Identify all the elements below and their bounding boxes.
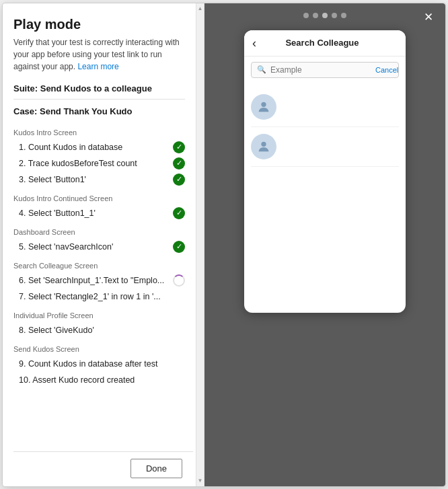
- section-label: Send Kudos Screen: [13, 345, 185, 353]
- step-text: 4. Select 'Button1_1': [19, 209, 167, 218]
- done-row: Done: [13, 451, 193, 486]
- scroll-down-arrow[interactable]: ▼: [196, 476, 204, 486]
- check-icon: ✓: [173, 157, 185, 170]
- play-mode-title: Play mode: [13, 17, 185, 32]
- avatar-1: [251, 94, 276, 120]
- phone-back-button[interactable]: ‹: [252, 37, 256, 49]
- step-item: 2. Trace kudosBeforeTest count✓: [13, 155, 185, 172]
- section-label: Individual Profile Screen: [13, 311, 185, 319]
- step-item: 3. Select 'Button1'✓: [13, 172, 185, 188]
- step-status-icon: [173, 358, 185, 370]
- step-status-icon: ✓: [173, 207, 185, 219]
- learn-more-link[interactable]: Learn more: [77, 62, 118, 71]
- dot-2: [313, 13, 318, 18]
- step-text: 8. Select 'GiveKudo': [19, 326, 167, 335]
- step-text: 7. Select 'Rectangle2_1' in row 1 in '..…: [19, 292, 167, 301]
- section-label: Kudos Intro Continued Screen: [13, 194, 185, 202]
- play-mode-description: Verify that your test is correctly inter…: [13, 36, 185, 73]
- avatar-list: [244, 83, 406, 171]
- person-icon-2: [256, 139, 271, 154]
- step-status-icon: [173, 274, 185, 287]
- step-status-icon: ✓: [173, 157, 185, 170]
- section-label: Dashboard Screen: [13, 228, 185, 236]
- dots-row: [303, 13, 346, 18]
- step-item: 6. Set 'SearchInput_1'.Text to "Emplo...: [13, 272, 185, 289]
- phone-search-bar: 🔍 Cancel: [251, 62, 399, 78]
- svg-point-1: [261, 141, 266, 146]
- step-status-icon: [173, 324, 185, 336]
- search-icon: 🔍: [257, 65, 266, 74]
- step-status-icon: ✓: [173, 141, 185, 153]
- dot-3: [322, 13, 328, 18]
- check-icon: ✓: [173, 241, 185, 253]
- avatar-row-2[interactable]: [251, 127, 399, 167]
- close-button[interactable]: ✕: [421, 10, 436, 25]
- right-panel: ✕ ‹ Search Colleague 🔍 Cancel: [204, 3, 445, 486]
- step-text: 6. Set 'SearchInput_1'.Text to "Emplo...: [19, 276, 167, 285]
- step-status-icon: ✓: [173, 241, 185, 253]
- step-status-icon: ✓: [173, 174, 185, 186]
- check-icon: ✓: [173, 207, 185, 219]
- steps-scroll: Kudos Intro Screen1. Count Kudos in data…: [13, 122, 185, 451]
- step-text: 2. Trace kudosBeforeTest count: [19, 159, 167, 168]
- avatar-row-1[interactable]: [251, 87, 399, 127]
- spinner-icon: [173, 274, 185, 287]
- dot-1: [303, 13, 309, 18]
- search-input[interactable]: [270, 65, 371, 75]
- check-icon: ✓: [173, 141, 185, 153]
- step-item: 4. Select 'Button1_1'✓: [13, 205, 185, 221]
- step-item: 1. Count Kudos in database✓: [13, 139, 185, 155]
- step-status-icon: [173, 291, 185, 303]
- suite-label: Suite: Send Kudos to a colleague: [13, 83, 185, 100]
- phone-screen-title: Search Colleague: [263, 38, 381, 48]
- phone-frame: ‹ Search Colleague 🔍 Cancel: [244, 30, 406, 313]
- left-panel: Play mode Verify that your test is corre…: [3, 3, 204, 486]
- step-text: 10. Assert Kudo record created: [19, 375, 167, 385]
- scroll-up-arrow[interactable]: ▲: [196, 3, 204, 14]
- dot-5: [341, 13, 346, 18]
- step-item: 7. Select 'Rectangle2_1' in row 1 in '..…: [13, 289, 185, 305]
- avatar-2: [251, 134, 276, 159]
- check-icon: ✓: [173, 174, 185, 186]
- step-text: 9. Count Kudos in database after test: [19, 359, 167, 369]
- phone-top-bar: ‹ Search Colleague: [244, 30, 406, 57]
- step-text: 3. Select 'Button1': [19, 175, 167, 184]
- dot-4: [332, 13, 337, 18]
- step-status-icon: [173, 374, 185, 386]
- step-item: 10. Assert Kudo record created: [13, 372, 185, 388]
- done-button[interactable]: Done: [130, 459, 182, 478]
- case-label: Case: Send Thank You Kudo: [13, 106, 185, 116]
- step-item: 5. Select 'navSearchIcon'✓: [13, 239, 185, 255]
- person-icon-1: [256, 100, 271, 114]
- modal-container: Play mode Verify that your test is corre…: [2, 3, 446, 487]
- step-item: 8. Select 'GiveKudo': [13, 322, 185, 338]
- step-item: 9. Count Kudos in database after test: [13, 356, 185, 372]
- scrollbar: ▲ ▼: [196, 3, 204, 486]
- step-text: 1. Count Kudos in database: [19, 143, 167, 152]
- section-label: Kudos Intro Screen: [13, 128, 185, 137]
- svg-point-0: [261, 102, 266, 106]
- cancel-link[interactable]: Cancel: [375, 66, 398, 74]
- step-text: 5. Select 'navSearchIcon': [19, 242, 167, 252]
- section-label: Search Colleague Screen: [13, 262, 185, 270]
